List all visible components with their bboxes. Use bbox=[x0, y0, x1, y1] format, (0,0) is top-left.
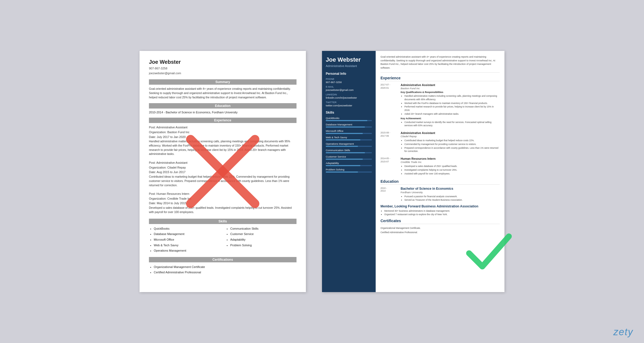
bad-exp3-date: Date: May 2014 to July 2015 bbox=[149, 201, 297, 206]
good-skills-title: Skills bbox=[326, 111, 372, 114]
good-exp3-bullets: Developed a sales database of 250+ quali… bbox=[401, 165, 500, 175]
good-cert-1: Organizational Management Certificate. bbox=[380, 226, 500, 230]
bad-skill-7: Customer Service bbox=[230, 232, 297, 237]
good-phone-value: 907-867-3258 bbox=[326, 81, 372, 84]
bad-name: Joe Webster bbox=[149, 59, 297, 65]
bad-email: joezwebster@gmail.com bbox=[149, 71, 297, 76]
good-exp2-bullets: Contributed ideas to marketing budget th… bbox=[401, 139, 500, 153]
bad-exp1-post: Post: Administrative Assistant bbox=[149, 125, 297, 130]
bad-exp2-post: Post: Administrative Assistant bbox=[149, 161, 297, 165]
bad-certs-list: Organizational Management Certificate Ce… bbox=[149, 264, 297, 275]
bad-resume: Joe Webster 907-867-3258 joezwebster@gma… bbox=[140, 51, 306, 292]
good-exp1-job: Administrative Assistant bbox=[401, 83, 500, 87]
skill-operations: Operations Management bbox=[326, 142, 372, 147]
good-edu1-degree: Bachelor of Science in Economics bbox=[401, 187, 500, 191]
good-member-title: Member, Looking Forward Business Adminis… bbox=[380, 204, 500, 208]
bad-certs-header: Certifications bbox=[149, 257, 297, 262]
good-name: Joe Webster bbox=[326, 56, 372, 63]
good-exp1-bullets: Handled administrative matters including… bbox=[401, 94, 500, 116]
bad-exp-3: Post: Human Resources Intern Organizatio… bbox=[149, 192, 297, 214]
good-edu1-content: Bachelor of Science in Economics Fordham… bbox=[401, 187, 500, 202]
bad-exp-2: Post: Administrative Assistant Organizat… bbox=[149, 161, 297, 187]
good-summary: Goal-oriented administrative assistant w… bbox=[380, 55, 500, 73]
bad-cert-2: Certified Administrative Professional bbox=[154, 270, 297, 275]
skill-problem-solving: Problem Solving bbox=[326, 168, 372, 173]
good-phone-label: Phone bbox=[326, 78, 372, 80]
good-email-value: joezwebster@gmail.com bbox=[326, 88, 372, 91]
good-exp2-dates: 2015-08 - 2017-06 bbox=[380, 131, 398, 153]
good-exp1-achievement-title: Key Achievement: bbox=[401, 117, 500, 120]
good-linkedin-value: linkedin.com/in/joezwebster bbox=[326, 96, 372, 99]
good-exp3-company: Credible Trade Inc. bbox=[401, 161, 500, 163]
bad-exp-1: Post: Administrative Assistant Organizat… bbox=[149, 125, 297, 156]
good-twitter-label: Twitter bbox=[326, 101, 372, 104]
good-edu1-bullets: Pursued a passion for financial analysis… bbox=[401, 195, 500, 202]
good-exp1-content: Administrative Assistant Bastion Fund In… bbox=[401, 83, 500, 128]
good-exp-1: 2017-07 - 2020-01 Administrative Assista… bbox=[380, 83, 500, 128]
bad-exp2-desc: Contributed ideas to marketing budget th… bbox=[149, 175, 297, 187]
bad-exp3-post: Post: Human Resources Intern bbox=[149, 192, 297, 196]
skill-database: Database Management bbox=[326, 123, 372, 128]
bad-skill-4: Web & Tech Savvy bbox=[154, 243, 220, 248]
bad-exp2-org: Organization: Citadel Repay bbox=[149, 165, 297, 170]
bad-exp3-desc: Developed a sales database of 250+ quali… bbox=[149, 206, 297, 214]
bad-exp3-org: Organization: Credible Trade Inc bbox=[149, 196, 297, 201]
skill-msoffice: Microsoft Office bbox=[326, 129, 372, 134]
good-exp1-achievement-bullets: Conducted market surveys to identify the… bbox=[401, 121, 500, 128]
good-exp3-job: Human Resources Intern bbox=[401, 157, 500, 160]
bad-skill-2: Database Management bbox=[154, 232, 220, 237]
bad-exp2-date: Date: Aug 2015 to Jun 2017 bbox=[149, 170, 297, 175]
skill-customer-service: Customer Service bbox=[326, 155, 372, 160]
good-exp1-dates: 2017-07 - 2020-01 bbox=[380, 83, 398, 128]
bad-exp1-org: Organization: Bastion Fund Inc bbox=[149, 130, 297, 135]
page-container: Joe Webster 907-867-3258 joezwebster@gma… bbox=[129, 40, 515, 303]
good-exp2-content: Administrative Assistant Citadel Repay C… bbox=[401, 131, 500, 153]
bad-exp1-date: Date: July 2017 to Jan 2020 bbox=[149, 135, 297, 140]
good-exp1-company: Bastion Fund Inc bbox=[401, 87, 500, 90]
good-edu1-dates: 2010 - 2014 bbox=[380, 187, 398, 202]
good-cert-2: Certified Administrative Professional. bbox=[380, 230, 500, 234]
good-linkedin-label: LinkedIn bbox=[326, 93, 372, 96]
good-main-content: Goal-oriented administrative assistant w… bbox=[376, 51, 504, 292]
bad-phone: 907-867-3258 bbox=[149, 66, 297, 71]
bad-skill-5: Operations Management bbox=[154, 248, 220, 253]
bad-cert-1: Organizational Management Certificate bbox=[154, 264, 297, 270]
bad-experience-header: Experience bbox=[149, 118, 297, 123]
bad-skill-1: QuickBooks bbox=[154, 226, 220, 231]
good-member-bullets: Mentored 30+ business administrators in … bbox=[380, 209, 500, 216]
good-exp3-dates: 2014-05 - 2015-07 bbox=[380, 157, 398, 176]
skill-quickbooks: QuickBooks bbox=[326, 117, 372, 121]
bad-education-header: Education bbox=[149, 103, 297, 109]
good-education-title: Education bbox=[380, 179, 500, 185]
bad-skills-header: Skills bbox=[149, 219, 297, 224]
skill-adaptability: Adaptability bbox=[326, 162, 372, 166]
bad-skill-3: Microsoft Office bbox=[154, 237, 220, 242]
good-exp-2: 2015-08 - 2017-06 Administrative Assista… bbox=[380, 131, 500, 153]
bad-summary-text: Goal-oriented administrative assistant w… bbox=[149, 87, 297, 99]
bad-skill-6: Communication Skills bbox=[230, 226, 297, 231]
good-email-label: E-mail bbox=[326, 85, 372, 88]
skill-web-tech: Web & Tech Savvy bbox=[326, 136, 372, 140]
skill-communication: Communication Skills bbox=[326, 149, 372, 153]
bad-skill-8: Adaptability bbox=[230, 237, 297, 242]
bad-skill-9: Problem Solving bbox=[230, 243, 297, 248]
good-job-title: Administrative Assistant bbox=[326, 64, 372, 68]
good-edu-1: 2010 - 2014 Bachelor of Science in Econo… bbox=[380, 187, 500, 202]
good-exp3-content: Human Resources Intern Credible Trade In… bbox=[401, 157, 500, 176]
good-exp1-subtitle: Key Qualifications & Responsibilities bbox=[401, 91, 500, 94]
good-certs-title: Certificates bbox=[380, 219, 500, 224]
bad-skills-list: QuickBooks Communication Skills Database… bbox=[149, 226, 297, 253]
good-experience-title: Experience bbox=[380, 76, 500, 81]
bad-exp1-desc: Handled administrative matters including… bbox=[149, 139, 297, 156]
good-edu1-school: Fordham University bbox=[401, 191, 500, 194]
good-sidebar: Joe Webster Administrative Assistant Per… bbox=[322, 51, 376, 292]
bad-summary-header: Summary bbox=[149, 79, 297, 85]
good-twitter-value: twitter.com/joezwebster bbox=[326, 104, 372, 107]
zety-logo: zety bbox=[613, 326, 633, 338]
good-exp2-company: Citadel Repay bbox=[401, 135, 500, 138]
good-resume: Joe Webster Administrative Assistant Per… bbox=[322, 51, 504, 292]
good-personal-info-title: Personal Info bbox=[326, 72, 372, 76]
bad-education-text: 2010-2014 - Bachelor of Science in Econo… bbox=[149, 111, 297, 114]
good-exp-3: 2014-05 - 2015-07 Human Resources Intern… bbox=[380, 157, 500, 176]
good-exp2-job: Administrative Assistant bbox=[401, 131, 500, 135]
